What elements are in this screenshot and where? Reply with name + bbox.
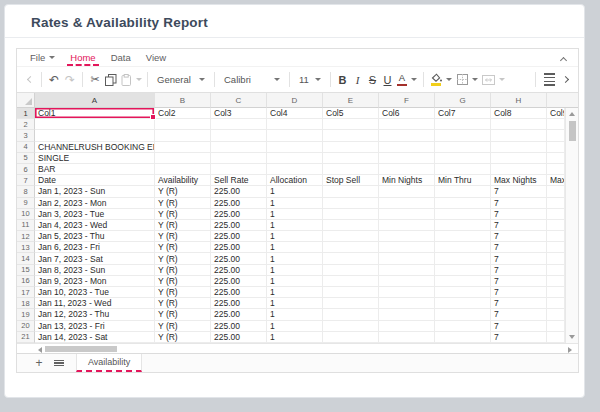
cell-I8[interactable]	[547, 186, 565, 197]
cell-G3[interactable]	[435, 130, 491, 141]
row-header-18[interactable]: 18	[17, 298, 35, 309]
row-header-5[interactable]: 5	[17, 153, 35, 164]
cell-C20[interactable]: 225.00	[211, 321, 267, 332]
row-header-9[interactable]: 9	[17, 198, 35, 209]
row-header-6[interactable]: 6	[17, 164, 35, 175]
column-header-A[interactable]: A	[35, 93, 155, 108]
cell-B16[interactable]: Y (R)	[155, 276, 211, 287]
cell-D9[interactable]: 1	[267, 198, 323, 209]
cell-A19[interactable]: Jan 12, 2023 - Thu	[35, 309, 155, 320]
cell-H5[interactable]	[491, 153, 547, 164]
cell-A9[interactable]: Jan 2, 2023 - Mon	[35, 198, 155, 209]
cell-H12[interactable]: 7	[491, 231, 547, 242]
cell-F12[interactable]	[379, 231, 435, 242]
cell-D15[interactable]: 1	[267, 265, 323, 276]
column-header-D[interactable]: D	[267, 93, 323, 108]
cell-I14[interactable]	[547, 253, 565, 264]
text-align-button[interactable]	[540, 70, 558, 90]
horizontal-scroll-thumb[interactable]	[45, 346, 117, 352]
sheet-tab-availability[interactable]: Availability	[76, 354, 142, 372]
cell-H3[interactable]	[491, 130, 547, 141]
row-header-7[interactable]: 7	[17, 175, 35, 186]
scroll-left-icon[interactable]	[38, 347, 42, 353]
undo-button[interactable]: ↶	[46, 70, 62, 90]
cell-H17[interactable]: 7	[491, 287, 547, 298]
cell-D21[interactable]: 1	[267, 332, 323, 343]
cell-G20[interactable]	[435, 321, 491, 332]
scroll-right-icon[interactable]	[568, 347, 572, 353]
cell-D5[interactable]	[267, 153, 323, 164]
tab-view[interactable]: View	[146, 49, 166, 66]
cell-G10[interactable]	[435, 209, 491, 220]
cell-A4[interactable]: CHANNELRUSH BOOKING ENGINE	[35, 142, 155, 153]
cell-E1[interactable]: Col5	[323, 108, 379, 119]
cell-F3[interactable]	[379, 130, 435, 141]
scroll-down-icon[interactable]	[569, 335, 575, 339]
cell-G12[interactable]	[435, 231, 491, 242]
row-header-19[interactable]: 19	[17, 309, 35, 320]
cell-B13[interactable]: Y (R)	[155, 242, 211, 253]
cell-E13[interactable]	[323, 242, 379, 253]
row-header-20[interactable]: 20	[17, 321, 35, 332]
cell-F18[interactable]	[379, 298, 435, 309]
cell-H20[interactable]: 7	[491, 321, 547, 332]
cell-G13[interactable]	[435, 242, 491, 253]
column-header-partial[interactable]	[547, 93, 565, 108]
cell-D19[interactable]: 1	[267, 309, 323, 320]
cell-G14[interactable]	[435, 253, 491, 264]
cell-B8[interactable]: Y (R)	[155, 186, 211, 197]
cell-G1[interactable]: Col7	[435, 108, 491, 119]
cell-C3[interactable]	[211, 130, 267, 141]
row-header-2[interactable]: 2	[17, 119, 35, 130]
cell-C5[interactable]	[211, 153, 267, 164]
cell-F13[interactable]	[379, 242, 435, 253]
cell-E14[interactable]	[323, 253, 379, 264]
cell-B6[interactable]	[155, 164, 211, 175]
cell-E17[interactable]	[323, 287, 379, 298]
cell-A7[interactable]: Date	[35, 175, 155, 186]
merge-cells-button[interactable]	[480, 70, 506, 90]
italic-button[interactable]: I	[350, 70, 365, 90]
cell-B19[interactable]: Y (R)	[155, 309, 211, 320]
cell-D3[interactable]	[267, 130, 323, 141]
cell-D18[interactable]: 1	[267, 298, 323, 309]
row-header-17[interactable]: 17	[17, 287, 35, 298]
cell-A8[interactable]: Jan 1, 2023 - Sun	[35, 186, 155, 197]
cell-C11[interactable]: 225.00	[211, 220, 267, 231]
cell-F14[interactable]	[379, 253, 435, 264]
cell-E11[interactable]	[323, 220, 379, 231]
cell-F21[interactable]	[379, 332, 435, 343]
cell-F11[interactable]	[379, 220, 435, 231]
cell-D14[interactable]: 1	[267, 253, 323, 264]
copy-button[interactable]	[103, 70, 119, 90]
cell-C18[interactable]: 225.00	[211, 298, 267, 309]
cell-G18[interactable]	[435, 298, 491, 309]
number-format-dropdown[interactable]: General	[152, 70, 210, 90]
cell-A17[interactable]: Jan 10, 2023 - Tue	[35, 287, 155, 298]
cell-C15[interactable]: 225.00	[211, 265, 267, 276]
cell-A13[interactable]: Jan 6, 2023 - Fri	[35, 242, 155, 253]
row-header-8[interactable]: 8	[17, 186, 35, 197]
cell-C7[interactable]: Sell Rate	[211, 175, 267, 186]
tab-home[interactable]: Home	[70, 49, 95, 66]
cell-G9[interactable]	[435, 198, 491, 209]
cell-E10[interactable]	[323, 209, 379, 220]
cell-E5[interactable]	[323, 153, 379, 164]
cell-A10[interactable]: Jan 3, 2023 - Tue	[35, 209, 155, 220]
cell-A15[interactable]: Jan 8, 2023 - Sun	[35, 265, 155, 276]
cell-B14[interactable]: Y (R)	[155, 253, 211, 264]
cell-A20[interactable]: Jan 13, 2023 - Fri	[35, 321, 155, 332]
cell-D11[interactable]: 1	[267, 220, 323, 231]
cell-C21[interactable]: 225.00	[211, 332, 267, 343]
cell-E16[interactable]	[323, 276, 379, 287]
bold-button[interactable]: B	[335, 70, 350, 90]
underline-button[interactable]: U	[380, 70, 395, 90]
cell-I12[interactable]	[547, 231, 565, 242]
cell-A2[interactable]	[35, 119, 155, 130]
cell-B21[interactable]: Y (R)	[155, 332, 211, 343]
cell-A11[interactable]: Jan 4, 2023 - Wed	[35, 220, 155, 231]
cell-G11[interactable]	[435, 220, 491, 231]
cell-I6[interactable]	[547, 164, 565, 175]
cell-G19[interactable]	[435, 309, 491, 320]
cell-G17[interactable]	[435, 287, 491, 298]
